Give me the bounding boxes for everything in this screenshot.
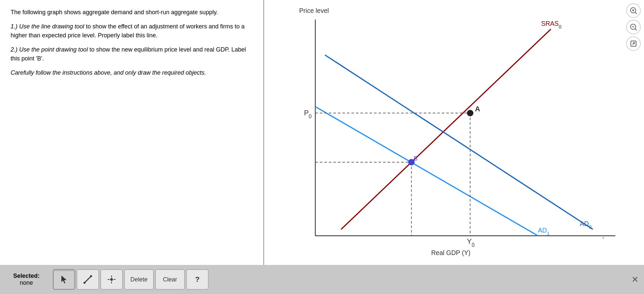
instruction-1-italic: 1.) Use the line drawing tool — [11, 23, 84, 30]
selected-value: none — [13, 279, 40, 286]
instruction-2-italic: 2.) Use the point drawing tool — [11, 46, 88, 53]
instruction-1: 1.) Use the line drawing tool to show th… — [11, 22, 253, 40]
svg-marker-17 — [61, 276, 67, 283]
selected-label: Selected: — [13, 273, 40, 279]
toolbar-buttons: Delete Clear ? — [53, 269, 209, 290]
close-button[interactable]: ✕ — [631, 275, 639, 285]
tick-mark: ' — [602, 236, 604, 244]
svg-line-18 — [85, 276, 91, 283]
instruction-2: 2.) Use the point drawing tool to show t… — [11, 45, 253, 63]
intro-text: The following graph shows aggregate dema… — [11, 8, 253, 17]
caution-text: Carefully follow the instructions above,… — [11, 68, 253, 77]
ad0-label: AD0 — [580, 220, 592, 230]
y-axis-label: Price level — [299, 7, 329, 14]
svg-point-19 — [84, 282, 85, 284]
clear-button[interactable]: Clear — [155, 269, 185, 290]
sras0-label: SRAS0 — [541, 20, 561, 29]
bottom-toolbar: Selected: none — [0, 265, 644, 294]
left-panel: The following graph shows aggregate dema… — [0, 0, 264, 265]
svg-line-10 — [341, 29, 551, 229]
caution-italic: Carefully follow the instructions above,… — [11, 69, 206, 76]
point-tool-button[interactable] — [100, 269, 123, 290]
graph-area[interactable]: Price level Real GDP (Y) SRAS0 AD0 — [267, 3, 641, 262]
svg-line-6 — [635, 29, 637, 30]
graph-controls — [626, 3, 641, 51]
label-b: B — [414, 155, 418, 162]
export-button[interactable] — [626, 36, 641, 51]
delete-button[interactable]: Delete — [124, 269, 154, 290]
cursor-tool-button[interactable] — [53, 269, 75, 290]
graph-svg: Price level Real GDP (Y) SRAS0 AD0 — [267, 3, 641, 262]
svg-point-21 — [110, 278, 113, 281]
svg-line-3 — [635, 12, 637, 14]
label-y0: Y0 — [467, 238, 475, 247]
svg-line-11 — [325, 55, 593, 229]
point-a — [467, 110, 474, 117]
zoom-in-button[interactable] — [626, 3, 641, 18]
help-icon: ? — [195, 275, 199, 284]
right-panel: Price level Real GDP (Y) SRAS0 AD0 — [264, 0, 644, 265]
label-p0: P0 — [304, 109, 312, 119]
ad1-label: AD1 — [538, 227, 550, 236]
label-a: A — [475, 105, 480, 113]
help-button[interactable]: ? — [186, 269, 209, 290]
x-axis-label: Real GDP (Y) — [431, 249, 470, 256]
line-tool-button[interactable] — [77, 269, 99, 290]
zoom-out-button[interactable] — [626, 20, 641, 34]
svg-point-20 — [90, 275, 92, 277]
selected-info: Selected: none — [13, 273, 40, 286]
